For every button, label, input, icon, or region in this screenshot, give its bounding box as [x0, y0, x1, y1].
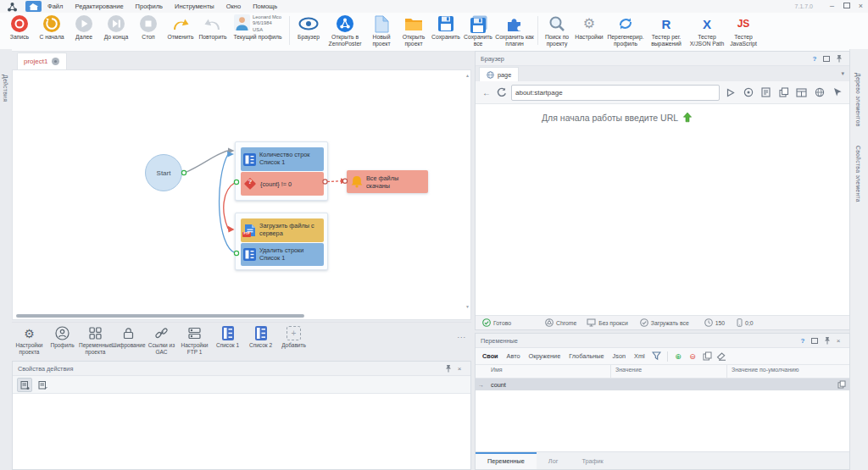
home-button[interactable]	[25, 1, 42, 12]
menu-edit[interactable]: Редактирование	[69, 3, 129, 10]
canvas-scroll-down-arrow[interactable]: ▼	[465, 304, 470, 309]
tab-dropdown-icon[interactable]: ▾	[841, 70, 844, 77]
project-tab-close-icon[interactable]	[51, 57, 60, 66]
menu-tools[interactable]: Инструменты	[169, 3, 220, 10]
column-value[interactable]: Значение	[611, 365, 727, 378]
status-proxy[interactable]: Без прокси	[587, 318, 628, 327]
menu-help[interactable]: Помощь	[247, 3, 283, 10]
pin-icon[interactable]	[442, 364, 453, 373]
maximize-button[interactable]	[839, 0, 854, 13]
ftp-settings-button[interactable]: Настройки FTP 1	[179, 325, 210, 355]
gac-links-button[interactable]: Ссылки из GAC	[146, 325, 177, 355]
search-project-button[interactable]: Поиск по проекту	[542, 14, 572, 47]
close-icon[interactable]: ×	[453, 365, 465, 373]
toolbar-overflow-button[interactable]: ...	[457, 331, 466, 340]
condition-block[interactable]: ? {count} != 0	[241, 172, 324, 196]
eraser-icon[interactable]	[715, 352, 728, 361]
split-view-icon[interactable]	[794, 86, 809, 100]
maximize-panel-icon[interactable]	[809, 338, 821, 344]
remove-variable-icon[interactable]: ⊖	[687, 352, 699, 361]
reload-icon[interactable]	[496, 87, 508, 97]
undo-button[interactable]: Отменить	[165, 14, 196, 41]
status-timer[interactable]: 150	[704, 318, 725, 327]
status-load-mode[interactable]: Загружать все	[640, 318, 689, 327]
column-name[interactable]: Имя	[487, 365, 611, 378]
tab-global[interactable]: Глобальные	[565, 352, 607, 360]
url-input[interactable]	[511, 85, 720, 101]
notification-block[interactable]: Все файлы скачаны	[347, 170, 428, 193]
menu-window[interactable]: Окно	[220, 3, 247, 10]
help-icon[interactable]: ?	[809, 55, 821, 63]
canvas-scroll-up-arrow[interactable]: ▲	[465, 73, 470, 78]
page-tab[interactable]: page	[479, 67, 519, 81]
new-project-button[interactable]: Новый проект	[366, 14, 397, 47]
copy-variable-icon[interactable]	[701, 351, 714, 361]
xjson-path-tester-button[interactable]: X Тестер X/JSON Path	[687, 14, 726, 47]
action-group-top[interactable]: Количество строкСписок 1 ? {count} != 0	[235, 141, 328, 201]
add-variable-icon[interactable]: ⊕	[672, 352, 685, 361]
step-forward-button[interactable]: Далее	[69, 14, 99, 41]
variable-name-cell[interactable]: count	[487, 381, 611, 389]
browser-settings-icon[interactable]	[812, 86, 826, 100]
tab-auto[interactable]: Авто	[504, 352, 524, 360]
tab-xml[interactable]: Xml	[631, 352, 648, 360]
action-group-bottom[interactable]: FTP Загрузить файлы ссервера Удалить стр…	[235, 213, 328, 270]
stop-button[interactable]: Стоп	[133, 14, 164, 41]
javascript-tester-button[interactable]: JS Тестер JavaScript	[728, 14, 759, 47]
run-to-end-button[interactable]: До конца	[101, 14, 131, 41]
filter-icon[interactable]	[650, 351, 663, 361]
save-button[interactable]: Сохранить	[431, 14, 461, 41]
download-files-block[interactable]: FTP Загрузить файлы ссервера	[241, 218, 324, 242]
settings-button[interactable]: ⚙ Настройки	[574, 14, 604, 41]
canvas-horizontal-scrollbar[interactable]	[16, 314, 304, 318]
browser-button[interactable]: Браузер	[293, 14, 324, 41]
maximize-panel-icon[interactable]	[821, 56, 832, 62]
redo-button[interactable]: Повторить	[198, 14, 228, 41]
profile-item-button[interactable]: Профиль	[47, 325, 78, 349]
delete-rows-block[interactable]: Удалить строкиСписок 1	[241, 243, 324, 266]
start-node[interactable]: Start	[145, 154, 182, 191]
status-engine[interactable]: Chrome	[545, 318, 576, 327]
close-icon[interactable]: ×	[832, 337, 844, 345]
encryption-button[interactable]: Шифрование	[113, 325, 144, 349]
page-source-icon[interactable]	[759, 86, 773, 100]
variables-table-body[interactable]	[476, 390, 849, 451]
open-in-zennoposter-button[interactable]: Открыть в ZennoPoster	[326, 14, 364, 47]
current-profile-button[interactable]: Leonard Mco 9/6/1984 USA Текущий профиль	[230, 14, 286, 41]
back-icon[interactable]: ←	[481, 88, 492, 97]
minimize-button[interactable]: –	[825, 0, 839, 13]
count-rows-block[interactable]: Количество строкСписок 1	[241, 147, 324, 171]
project-settings-button[interactable]: ⚙ Настройки проекта	[14, 325, 45, 355]
tab-variables[interactable]: Переменные	[476, 452, 537, 469]
properties-view-button[interactable]	[17, 378, 32, 392]
flow-canvas[interactable]: Start Количество строкСписок 1 ? {count}…	[12, 69, 471, 320]
help-icon[interactable]: ?	[797, 337, 809, 345]
element-properties-dock-tab[interactable]: Свойства элемента	[855, 146, 861, 202]
record-target-icon[interactable]	[741, 86, 755, 100]
tab-json[interactable]: Json	[609, 352, 629, 360]
actions-dock-tab[interactable]: Действия	[3, 75, 8, 102]
menu-profile[interactable]: Профиль	[130, 3, 169, 10]
tab-own[interactable]: Свои	[479, 352, 502, 360]
copy-row-icon[interactable]	[837, 380, 846, 389]
tab-traffic[interactable]: Трафик	[570, 452, 615, 469]
restart-button[interactable]: С начала	[36, 14, 67, 41]
copy-pages-icon[interactable]	[776, 86, 791, 100]
close-button[interactable]: ×	[854, 0, 868, 13]
save-all-button[interactable]: Сохранить все	[463, 14, 493, 47]
add-item-button[interactable]: + Добавить	[278, 325, 309, 349]
edit-view-button[interactable]	[36, 379, 49, 391]
open-project-button[interactable]: Открыть проект	[398, 14, 429, 47]
tab-log[interactable]: Лог	[537, 452, 570, 469]
menu-file[interactable]: Файл	[42, 3, 69, 10]
tab-environment[interactable]: Окружение	[526, 352, 565, 360]
column-default[interactable]: Значение по-умолчанию	[727, 365, 849, 378]
pin-icon[interactable]	[821, 336, 832, 345]
record-button[interactable]: Запись	[4, 14, 35, 41]
pin-icon[interactable]	[832, 54, 844, 63]
regex-tester-button[interactable]: R Тестер рег. выражений	[647, 14, 686, 47]
cursor-icon[interactable]	[830, 86, 844, 100]
save-as-plugin-button[interactable]: Сохранить как плагин	[495, 14, 534, 47]
run-page-icon[interactable]	[723, 86, 737, 100]
elements-tree-dock-tab[interactable]: Дерево элементов	[855, 73, 861, 127]
